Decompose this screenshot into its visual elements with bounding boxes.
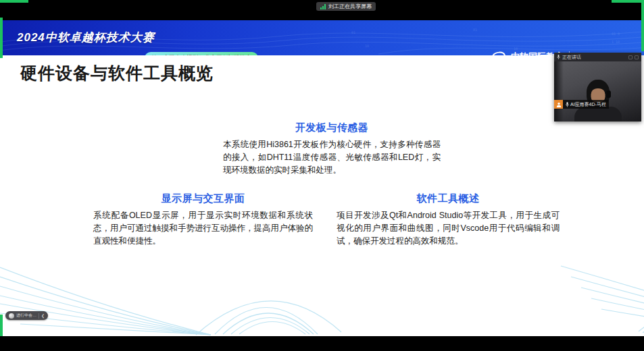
collapse-chevron-icon[interactable]: ❮ [41,313,45,318]
expand-icon[interactable] [635,55,639,59]
share-frame-corner-tl [0,18,3,58]
shared-slide: 硬件设备与软件工具概览 开发板与传感器 本系统使用Hi3861开发板作为核心硬件… [0,55,644,336]
share-frame-corner-bl [0,315,3,336]
participant-name-badge: AI应用赛4D-马程 [554,100,609,109]
slide-title: 硬件设备与软件工具概览 [20,62,214,84]
section-body: 系统配备OLED显示屏，用于显示实时环境数据和系统状态，用户可通过触摸和手势进行… [93,209,313,247]
member-role-icon [554,100,563,109]
meeting-app-icon [9,313,14,319]
bottom-wave-decoration [0,262,644,336]
svg-text:10: 10 [365,44,369,48]
badge-mic-icon [566,102,569,107]
floating-bar-label: 进行中会… [16,313,36,319]
speaking-status-label: 正在讲话 [562,54,626,61]
floating-meeting-bar[interactable]: 进行中会… ❮ [5,311,48,320]
section-heading: 显示屏与交互界面 [93,192,313,205]
section-display: 显示屏与交互界面 系统配备OLED显示屏，用于显示实时环境数据和系统状态，用户可… [93,192,313,247]
section-heading: 开发板与传感器 [223,122,441,134]
contest-banner: 011001 01 01 1010 2024中软卓越杯技术大赛 第三赛季丨大模型… [0,20,644,55]
bottom-black-bar [0,336,644,351]
floating-bar-divider [39,313,39,319]
mic-icon [557,55,560,59]
section-dev-board: 开发板与传感器 本系统使用Hi3861开发板作为核心硬件，支持多种传感器的接入，… [223,122,441,176]
section-body: 本系统使用Hi3861开发板作为核心硬件，支持多种传感器的接入，如DHT11温度… [223,138,441,176]
signal-bars-icon [320,4,326,9]
share-frame-corner-tr [641,0,644,51]
webcam-panel[interactable]: 正在讲话 AI应用赛4D-马程 [554,53,641,122]
screen-share-viewport: 刘工正在共享屏幕 011001 01 01 1010 2024中软卓越杯技术大赛… [0,0,644,351]
season-badge: 第三赛季丨大模型行业应用创新挑战赛 [145,52,258,55]
share-frame-corner-tl [0,0,28,3]
video-shadow [554,61,564,122]
svg-text:01: 01 [473,28,477,32]
pin-icon[interactable] [628,55,633,59]
svg-text:01: 01 [351,30,355,34]
section-software: 软件工具概述 项目开发涉及Qt和Android Studio等开发工具，用于生成… [337,192,560,247]
contest-title: 2024中软卓越杯技术大赛 [17,30,155,45]
chinasoft-edu-swoosh-icon [490,50,507,55]
season-badge-label: 第三赛季丨大模型行业应用创新挑战赛 [151,54,251,56]
participant-name: AI应用赛4D-马程 [570,101,606,108]
screen-share-indicator[interactable]: 刘工正在共享屏幕 [316,2,376,11]
webcam-header: 正在讲话 [554,53,641,61]
webcam-video-feed: AI应用赛4D-马程 [554,61,641,122]
section-heading: 软件工具概述 [337,192,560,205]
edu-logo: 中软国际教育 Chinasoft International EduTech [490,50,564,55]
webcam-header-icons[interactable] [628,55,639,59]
share-indicator-label: 刘工正在共享屏幕 [328,3,372,10]
svg-text:01 0: 01 0 [612,32,620,36]
svg-text:1 10: 1 10 [612,40,620,44]
section-body: 项目开发涉及Qt和Android Studio等开发工具，用于生成可视化的用户界… [337,209,560,247]
share-frame-corner-tr [612,0,644,3]
